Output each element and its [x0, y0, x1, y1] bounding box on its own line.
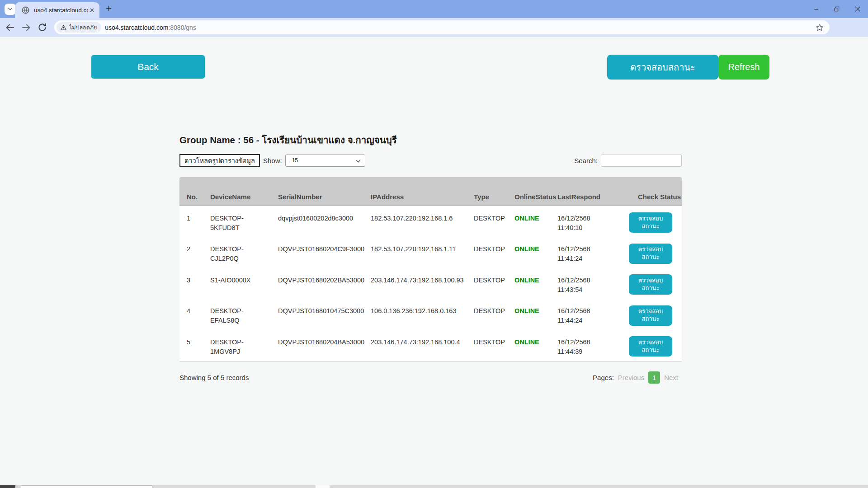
cell-checkstatus: ตรวจสอบ สถานะ	[625, 244, 682, 264]
previous-page-link[interactable]: Previous	[618, 374, 644, 381]
cell-serialnumber: DQVPJST01680204C9F3000	[278, 244, 371, 254]
cell-respond-time: 11:44:39	[557, 347, 625, 357]
show-entries-select[interactable]: 15	[285, 155, 365, 167]
header-no: No.	[187, 192, 210, 202]
cell-devicename: S1-AIO0000X	[210, 276, 278, 285]
cell-serialnumber: DQVPJST0168010475C3000	[278, 306, 371, 316]
site-security-chip[interactable]: ไม่ปลอดภัย	[57, 22, 101, 33]
cell-onlinestatus: ONLINE	[514, 306, 557, 316]
table-footer: Showing 5 of 5 records Pages: Previous 1…	[179, 371, 682, 384]
new-tab-button[interactable]	[104, 5, 113, 14]
select-chevron-icon	[355, 158, 361, 164]
warning-triangle-icon	[60, 24, 67, 31]
cell-checkstatus: ตรวจสอบ สถานะ	[625, 274, 682, 295]
cell-onlinestatus: ONLINE	[514, 276, 557, 285]
cell-checkstatus: ตรวจสอบ สถานะ	[625, 336, 682, 357]
header-onlinestatus: OnlineStatus	[514, 192, 557, 202]
cell-checkstatus: ตรวจสอบ สถานะ	[625, 212, 682, 233]
check-status-all-button[interactable]: ตรวจสอบสถานะ	[607, 55, 718, 80]
browser-tab[interactable]: uso4.starcatcloud.com:8080/gns	[15, 2, 99, 18]
table-row: 1 DESKTOP-5KFUD8T dqvpjst01680202d8c3000…	[179, 206, 682, 237]
url-text: uso4.starcatcloud.com:8080/gns	[105, 24, 815, 31]
back-nav-icon[interactable]	[5, 22, 15, 33]
search-label: Search:	[574, 157, 598, 164]
minimize-button[interactable]	[806, 0, 826, 18]
url-bar[interactable]: ไม่ปลอดภัย uso4.starcatcloud.com:8080/gn…	[54, 20, 830, 34]
reload-icon[interactable]	[37, 22, 48, 33]
chevron-down-icon	[7, 5, 13, 14]
tab-search-button[interactable]	[5, 4, 16, 15]
main-panel: Group Name : 56 - โรงเรียนบ้านเขาแดง จ.ก…	[179, 97, 682, 384]
plus-icon	[105, 5, 112, 14]
cell-no: 5	[187, 338, 210, 347]
back-button[interactable]: Back	[91, 55, 205, 79]
cell-ipaddress: 182.53.107.220:192.168.1.6	[371, 214, 474, 223]
taskbar-edge	[0, 485, 868, 488]
cell-lastrespond: 16/12/2568 11:43:54	[557, 276, 625, 295]
cell-respond-time: 11:44:24	[557, 316, 625, 325]
row-check-status-button[interactable]: ตรวจสอบ สถานะ	[629, 244, 672, 264]
cell-no: 4	[187, 306, 210, 316]
pagination: Pages: Previous 1 Next	[593, 371, 678, 384]
show-label: Show:	[263, 157, 282, 164]
download-table-image-button[interactable]: ดาวโหลดรูปตารางข้อมูล	[179, 154, 260, 167]
cell-onlinestatus: ONLINE	[514, 214, 557, 223]
row-check-status-button[interactable]: ตรวจสอบ สถานะ	[629, 305, 672, 326]
cell-respond-date: 16/12/2568	[557, 338, 625, 347]
cell-respond-date: 16/12/2568	[557, 244, 625, 254]
cell-respond-time: 11:43:54	[557, 285, 625, 295]
cell-lastrespond: 16/12/2568 11:44:24	[557, 306, 625, 325]
forward-nav-icon[interactable]	[21, 22, 32, 33]
header-devicename: DeviceName	[210, 192, 278, 202]
header-checkstatus: Check Status	[625, 192, 682, 202]
row-check-status-button[interactable]: ตรวจสอบ สถานะ	[629, 336, 672, 357]
close-window-button[interactable]	[847, 0, 868, 18]
search-input[interactable]	[601, 155, 682, 167]
cell-lastrespond: 16/12/2568 11:44:39	[557, 338, 625, 357]
cell-lastrespond: 16/12/2568 11:41:24	[557, 244, 625, 263]
device-table: No. DeviceName SerialNumber IPAddress Ty…	[179, 177, 682, 361]
bookmark-star-icon[interactable]	[815, 23, 824, 32]
cell-respond-date: 16/12/2568	[557, 306, 625, 316]
tab-strip: uso4.starcatcloud.com:8080/gns	[0, 0, 868, 18]
cell-devicename: DESKTOP-1MGV8PJ	[210, 338, 278, 357]
row-check-status-button[interactable]: ตรวจสอบ สถานะ	[629, 274, 672, 295]
cell-devicename: DESKTOP-EFALS8Q	[210, 306, 278, 325]
header-lastrespond: LastRespond	[557, 192, 625, 202]
show-entries-value: 15	[292, 157, 298, 164]
restore-button[interactable]	[826, 0, 847, 18]
header-serialnumber: SerialNumber	[278, 192, 371, 202]
table-body: 1 DESKTOP-5KFUD8T dqvpjst01680202d8c3000…	[179, 206, 682, 361]
cell-no: 1	[187, 214, 210, 223]
url-path: :8080/gns	[168, 24, 196, 31]
table-row: 2 DESKTOP-CJL2P0Q DQVPJST01680204C9F3000…	[179, 237, 682, 268]
pages-label: Pages:	[593, 374, 614, 381]
table-controls: ดาวโหลดรูปตารางข้อมูล Show: 15 Search:	[179, 154, 682, 167]
cell-no: 3	[187, 276, 210, 285]
cell-respond-time: 11:41:24	[557, 254, 625, 263]
url-domain: uso4.starcatcloud.com	[105, 24, 168, 31]
cell-checkstatus: ตรวจสอบ สถานะ	[625, 305, 682, 326]
cell-lastrespond: 16/12/2568 11:40:10	[557, 214, 625, 233]
cell-type: DESKTOP	[474, 306, 514, 316]
cell-respond-date: 16/12/2568	[557, 214, 625, 223]
header-ipaddress: IPAddress	[371, 192, 474, 202]
current-page-button[interactable]: 1	[648, 371, 660, 384]
table-row: 5 DESKTOP-1MGV8PJ DQVPJST01680204BA53000…	[179, 330, 682, 361]
cell-type: DESKTOP	[474, 276, 514, 285]
cell-type: DESKTOP	[474, 338, 514, 347]
row-check-status-button[interactable]: ตรวจสอบ สถานะ	[629, 212, 672, 233]
cell-devicename: DESKTOP-CJL2P0Q	[210, 244, 278, 263]
cell-type: DESKTOP	[474, 244, 514, 254]
header-type: Type	[474, 192, 514, 202]
window-controls	[806, 0, 868, 18]
table-row: 4 DESKTOP-EFALS8Q DQVPJST0168010475C3000…	[179, 299, 682, 330]
next-page-link[interactable]: Next	[664, 374, 678, 381]
cell-ipaddress: 203.146.174.73:192.168.100.93	[371, 276, 474, 285]
records-summary: Showing 5 of 5 records	[179, 374, 249, 381]
cell-ipaddress: 182.53.107.220:192.168.1.11	[371, 244, 474, 254]
group-title: Group Name : 56 - โรงเรียนบ้านเขาแดง จ.ก…	[179, 132, 682, 147]
tab-close-icon[interactable]	[88, 6, 96, 14]
browser-window: uso4.starcatcloud.com:8080/gns	[0, 0, 868, 488]
refresh-button[interactable]: Refresh	[718, 55, 769, 80]
